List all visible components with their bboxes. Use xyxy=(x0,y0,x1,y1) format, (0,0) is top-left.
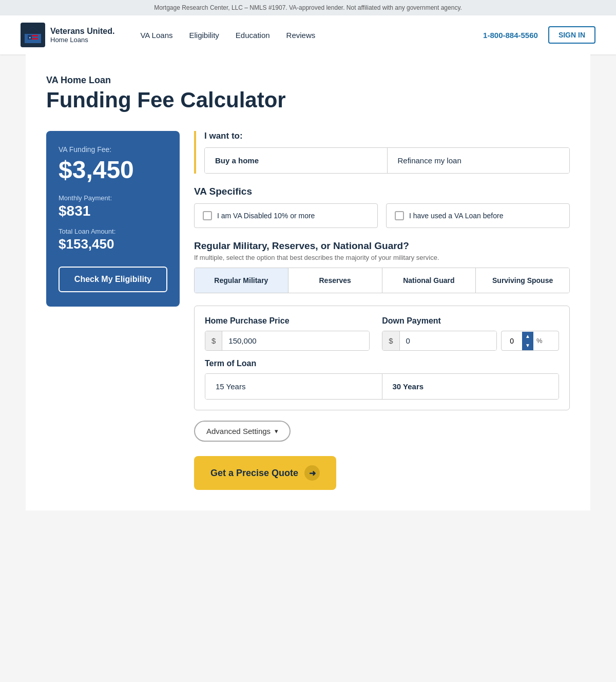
reserves-option[interactable]: Reserves xyxy=(288,268,382,293)
down-payment-dollar-group: $ xyxy=(382,331,497,351)
home-purchase-label: Home Purchase Price xyxy=(205,316,370,326)
va-specifics-title: VA Specifics xyxy=(194,186,570,197)
sign-in-button[interactable]: SIGN IN xyxy=(548,26,595,44)
va-loan-used-checkbox[interactable] xyxy=(395,211,404,220)
monthly-payment-amount: $831 xyxy=(59,203,167,219)
regular-military-option[interactable]: Regular Military xyxy=(195,268,288,293)
left-panel: VA Funding Fee: $3,450 Monthly Payment: … xyxy=(46,131,180,307)
down-payment-percent-group: ▲ ▼ % xyxy=(501,331,559,351)
page-subtitle: VA Home Loan xyxy=(46,75,570,86)
home-purchase-prefix: $ xyxy=(205,331,222,350)
percent-increment-button[interactable]: ▲ xyxy=(522,332,533,341)
advanced-settings-button[interactable]: Advanced Settings ▾ xyxy=(194,421,291,442)
military-toggle-group: Regular Military Reserves National Guard… xyxy=(194,268,570,293)
right-panel: I want to: Buy a home Refinance my loan … xyxy=(194,131,570,490)
military-title: Regular Military, Reserves, or National … xyxy=(194,240,570,252)
nav-eligibility[interactable]: Eligibility xyxy=(189,31,219,40)
percent-decrement-button[interactable]: ▼ xyxy=(522,341,533,350)
main-content: VA Home Loan Funding Fee Calculator VA F… xyxy=(26,54,590,510)
buy-home-option[interactable]: Buy a home xyxy=(205,148,388,173)
surviving-spouse-option[interactable]: Surviving Spouse xyxy=(476,268,569,293)
down-payment-inputs: $ ▲ ▼ % xyxy=(382,331,559,351)
home-purchase-field: Home Purchase Price $ xyxy=(205,316,370,351)
nav-education[interactable]: Education xyxy=(236,31,270,40)
total-loan-amount: $153,450 xyxy=(59,236,167,252)
want-to-section: I want to: Buy a home Refinance my loan xyxy=(194,131,570,174)
refinance-option[interactable]: Refinance my loan xyxy=(388,148,570,173)
total-loan-label: Total Loan Amount: xyxy=(59,228,167,235)
15-year-option[interactable]: 15 Years xyxy=(205,374,382,399)
down-payment-percent-input[interactable] xyxy=(502,333,522,349)
down-payment-label: Down Payment xyxy=(382,316,559,326)
va-loan-used-option[interactable]: I have used a VA Loan before xyxy=(386,203,570,228)
down-payment-field: Down Payment $ ▲ ▼ xyxy=(382,316,559,351)
term-of-loan-label: Term of Loan xyxy=(205,359,559,368)
logo: ★ Veterans United. Home Loans xyxy=(21,23,114,47)
funding-fee-amount: $3,450 xyxy=(59,156,167,184)
funding-fee-label: VA Funding Fee: xyxy=(59,145,167,154)
down-payment-dollar-input[interactable] xyxy=(400,331,497,350)
loan-details-box: Home Purchase Price $ Down Payment $ xyxy=(194,306,570,410)
logo-icon: ★ xyxy=(21,23,45,47)
military-section: Regular Military, Reserves, or National … xyxy=(194,240,570,293)
phone-number[interactable]: 1-800-884-5560 xyxy=(483,31,538,40)
want-to-toggle-group: Buy a home Refinance my loan xyxy=(204,147,570,174)
va-disabled-option[interactable]: I am VA Disabled 10% or more xyxy=(194,203,378,228)
home-purchase-input-group: $ xyxy=(205,331,370,351)
purchase-payment-grid: Home Purchase Price $ Down Payment $ xyxy=(205,316,559,351)
percent-sign: % xyxy=(533,337,546,345)
nav-va-loans[interactable]: VA Loans xyxy=(140,31,172,40)
page-title: Funding Fee Calculator xyxy=(46,88,570,112)
get-precise-quote-button[interactable]: Get a Precise Quote ➜ xyxy=(194,456,336,490)
va-specifics-section: VA Specifics I am VA Disabled 10% or mor… xyxy=(194,186,570,228)
monthly-payment-label: Monthly Payment: xyxy=(59,194,167,202)
header: ★ Veterans United. Home Loans VA Loans E… xyxy=(0,15,616,54)
down-payment-prefix: $ xyxy=(382,331,399,350)
main-nav: VA Loans Eligibility Education Reviews xyxy=(140,31,483,40)
nav-reviews[interactable]: Reviews xyxy=(286,31,316,40)
logo-text-sub: Home Loans xyxy=(50,36,114,44)
chevron-down-icon: ▾ xyxy=(275,427,278,435)
national-guard-option[interactable]: National Guard xyxy=(382,268,476,293)
arrow-right-icon: ➜ xyxy=(304,465,320,481)
want-to-label: I want to: xyxy=(204,131,570,141)
top-banner: Mortgage Research Center, LLC – NMLS #19… xyxy=(0,0,616,15)
term-of-loan-section: Term of Loan 15 Years 30 Years xyxy=(205,359,559,400)
home-purchase-input[interactable] xyxy=(222,331,369,350)
30-year-option[interactable]: 30 Years xyxy=(382,374,559,399)
va-specifics-checkboxes: I am VA Disabled 10% or more I have used… xyxy=(194,203,570,228)
term-toggle-group: 15 Years 30 Years xyxy=(205,373,559,400)
calculator-layout: VA Funding Fee: $3,450 Monthly Payment: … xyxy=(46,131,570,490)
va-disabled-checkbox[interactable] xyxy=(203,211,212,220)
logo-text-main: Veterans United. xyxy=(50,27,114,36)
check-eligibility-button[interactable]: Check My Eligibility xyxy=(59,267,167,292)
percent-spinner-controls: ▲ ▼ xyxy=(522,332,533,350)
military-subtitle: If multiple, select the option that best… xyxy=(194,254,570,261)
